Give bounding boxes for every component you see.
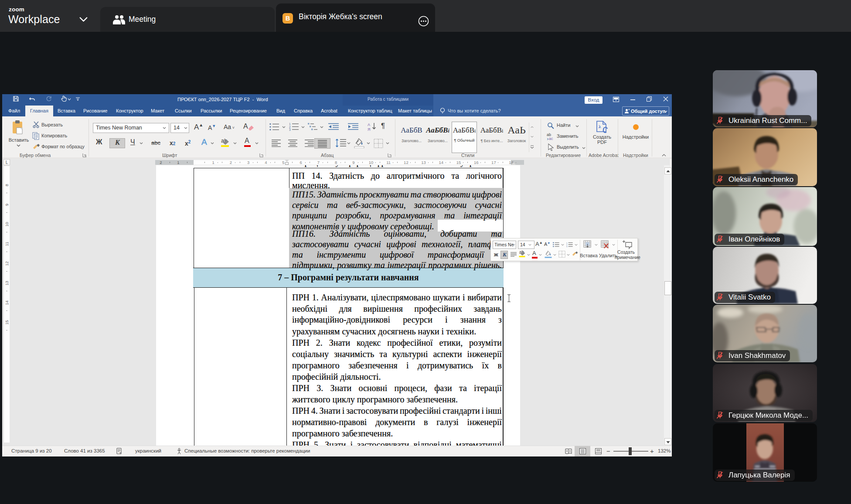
svg-text:λ: λ (599, 124, 601, 129)
svg-text:x: x (119, 451, 121, 454)
svg-text:Я: Я (368, 127, 371, 131)
svg-text:А: А (368, 123, 370, 127)
svg-text:ac: ac (549, 136, 553, 140)
svg-text:3: 3 (566, 245, 568, 247)
svg-text:3: 3 (289, 128, 291, 131)
